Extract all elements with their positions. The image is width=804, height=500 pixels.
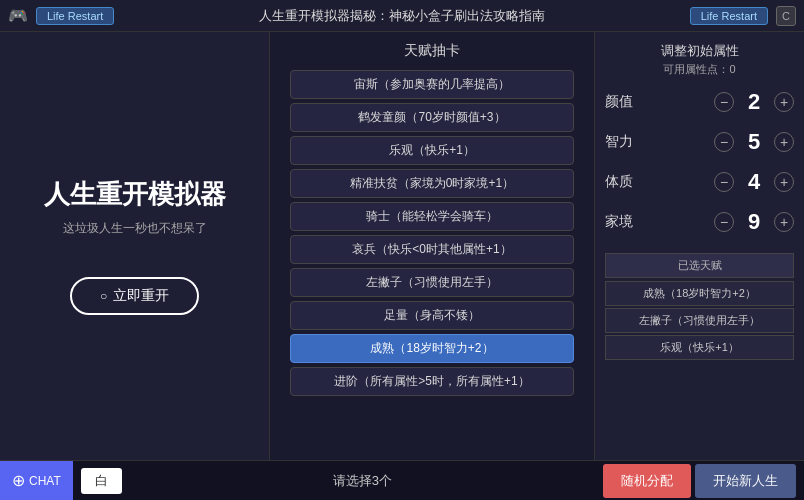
game-subtitle: 这垃圾人生一秒也不想呆了 bbox=[63, 220, 207, 237]
stat-decrease-btn[interactable]: − bbox=[714, 132, 734, 152]
stat-name: 颜值 bbox=[605, 93, 640, 111]
stat-row: 家境 − 9 + bbox=[605, 209, 794, 235]
restart-button[interactable]: 立即重开 bbox=[70, 277, 199, 315]
chat-label: CHAT bbox=[29, 474, 61, 488]
left-panel: 人生重开模拟器 这垃圾人生一秒也不想呆了 立即重开 bbox=[0, 32, 270, 460]
selected-talent-item: 乐观（快乐+1） bbox=[605, 335, 794, 360]
life-restart-left-btn[interactable]: Life Restart bbox=[36, 7, 114, 25]
talent-item[interactable]: 乐观（快乐+1） bbox=[290, 136, 574, 165]
selected-talents-list: 成熟（18岁时智力+2）左撇子（习惯使用左手）乐观（快乐+1） bbox=[605, 281, 794, 362]
stat-row: 体质 − 4 + bbox=[605, 169, 794, 195]
stat-increase-btn[interactable]: + bbox=[774, 132, 794, 152]
right-panel: 调整初始属性 可用属性点：0 颜值 − 2 + 智力 − 5 + 体质 − 4 … bbox=[594, 32, 804, 460]
life-restart-right-btn[interactable]: Life Restart bbox=[690, 7, 768, 25]
talent-item[interactable]: 左撇子（习惯使用左手） bbox=[290, 268, 574, 297]
talent-item[interactable]: 精准扶贫（家境为0时家境+1） bbox=[290, 169, 574, 198]
stat-row: 智力 − 5 + bbox=[605, 129, 794, 155]
talent-item[interactable]: 骑士（能轻松学会骑车） bbox=[290, 202, 574, 231]
top-bar-left: 🎮 Life Restart bbox=[8, 6, 114, 25]
stat-decrease-btn[interactable]: − bbox=[714, 172, 734, 192]
stats-container: 颜值 − 2 + 智力 − 5 + 体质 − 4 + 家境 − bbox=[605, 89, 794, 249]
stat-controls: − 5 + bbox=[714, 129, 794, 155]
game-icon: 🎮 bbox=[8, 6, 28, 25]
bottom-bar: ⊕ CHAT 白 请选择3个 随机分配 开始新人生 bbox=[0, 460, 804, 500]
talent-item[interactable]: 进阶（所有属性>5时，所有属性+1） bbox=[290, 367, 574, 396]
top-bar: 🎮 Life Restart 人生重开模拟器揭秘：神秘小盒子刷出法攻略指南 Li… bbox=[0, 0, 804, 32]
talent-item[interactable]: 宙斯（参加奥赛的几率提高） bbox=[290, 70, 574, 99]
center-panel-title: 天赋抽卡 bbox=[290, 42, 574, 60]
talent-item[interactable]: 鹤发童颜（70岁时颜值+3） bbox=[290, 103, 574, 132]
stat-increase-btn[interactable]: + bbox=[774, 212, 794, 232]
discord-icon: ⊕ bbox=[12, 471, 25, 490]
selected-talents-header: 已选天赋 bbox=[605, 253, 794, 278]
stat-decrease-btn[interactable]: − bbox=[714, 92, 734, 112]
main-content: 人生重开模拟器 这垃圾人生一秒也不想呆了 立即重开 天赋抽卡 宙斯（参加奥赛的几… bbox=[0, 32, 804, 460]
available-points: 可用属性点：0 bbox=[605, 62, 794, 77]
stat-value: 5 bbox=[740, 129, 768, 155]
stat-value: 2 bbox=[740, 89, 768, 115]
stat-row: 颜值 − 2 + bbox=[605, 89, 794, 115]
game-title: 人生重开模拟器 bbox=[44, 177, 226, 212]
close-icon[interactable]: C bbox=[776, 6, 796, 26]
talent-item[interactable]: 哀兵（快乐<0时其他属性+1） bbox=[290, 235, 574, 264]
start-button[interactable]: 开始新人生 bbox=[695, 464, 796, 498]
selected-talent-item: 左撇子（习惯使用左手） bbox=[605, 308, 794, 333]
stat-controls: − 2 + bbox=[714, 89, 794, 115]
chat-button[interactable]: ⊕ CHAT bbox=[0, 461, 73, 500]
talent-list: 宙斯（参加奥赛的几率提高）鹤发童颜（70岁时颜值+3）乐观（快乐+1）精准扶贫（… bbox=[290, 70, 574, 396]
stat-name: 智力 bbox=[605, 133, 640, 151]
stat-name: 家境 bbox=[605, 213, 640, 231]
top-bar-right: Life Restart C bbox=[690, 6, 796, 26]
white-button[interactable]: 白 bbox=[81, 468, 122, 494]
talent-item[interactable]: 成熟（18岁时智力+2） bbox=[290, 334, 574, 363]
stat-value: 4 bbox=[740, 169, 768, 195]
top-bar-title: 人生重开模拟器揭秘：神秘小盒子刷出法攻略指南 bbox=[259, 7, 545, 25]
stat-increase-btn[interactable]: + bbox=[774, 172, 794, 192]
center-panel: 天赋抽卡 宙斯（参加奥赛的几率提高）鹤发童颜（70岁时颜值+3）乐观（快乐+1）… bbox=[270, 32, 594, 460]
stat-controls: − 4 + bbox=[714, 169, 794, 195]
random-button[interactable]: 随机分配 bbox=[603, 464, 691, 498]
selected-talent-item: 成熟（18岁时智力+2） bbox=[605, 281, 794, 306]
choose-label: 请选择3个 bbox=[122, 472, 603, 490]
right-panel-title: 调整初始属性 bbox=[605, 42, 794, 60]
stat-decrease-btn[interactable]: − bbox=[714, 212, 734, 232]
talent-item[interactable]: 足量（身高不矮） bbox=[290, 301, 574, 330]
stat-name: 体质 bbox=[605, 173, 640, 191]
stat-controls: − 9 + bbox=[714, 209, 794, 235]
stat-value: 9 bbox=[740, 209, 768, 235]
stat-increase-btn[interactable]: + bbox=[774, 92, 794, 112]
